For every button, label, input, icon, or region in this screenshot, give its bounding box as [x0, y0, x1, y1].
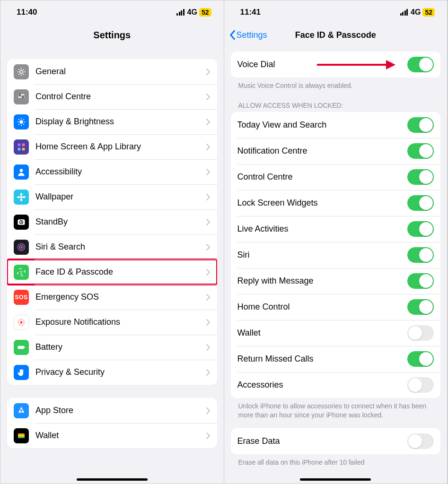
today-toggle[interactable] [407, 117, 434, 133]
row-label: Control Centre [237, 172, 408, 182]
chevron-right-icon [206, 432, 211, 440]
row-label: App Store [35, 406, 206, 415]
svg-point-22 [20, 271, 21, 272]
home-screen-icon [14, 139, 29, 155]
settings-row-wallet[interactable]: Wallet [7, 423, 217, 448]
home-toggle[interactable] [407, 299, 434, 315]
svg-point-10 [20, 169, 23, 172]
erase-data-toggle[interactable] [407, 433, 434, 449]
svg-point-20 [20, 246, 22, 248]
wallet-toggle[interactable] [407, 325, 434, 341]
row-label: Today View and Search [237, 120, 408, 130]
status-time: 11:40 [17, 8, 37, 17]
settings-list[interactable]: GeneralControl CentreDisplay & Brightnes… [0, 46, 224, 484]
reply-toggle[interactable] [407, 273, 434, 289]
settings-row-battery[interactable]: Battery [7, 335, 217, 360]
svg-rect-28 [24, 346, 25, 348]
row-label: Wallet [35, 431, 206, 441]
chevron-right-icon [206, 294, 211, 301]
chevron-right-icon [206, 68, 211, 76]
svg-rect-31 [18, 435, 24, 436]
widgets-toggle[interactable] [407, 195, 434, 211]
settings-row-exposure[interactable]: Exposure Notifications [7, 310, 217, 335]
row-label: Home Screen & App Library [35, 142, 206, 152]
svg-rect-8 [18, 147, 21, 150]
allow-row-acc[interactable]: Accessories [231, 372, 441, 398]
status-bar: 11:40 4G 52 [0, 0, 224, 24]
svg-point-4 [22, 96, 24, 98]
chevron-left-icon [229, 30, 236, 40]
voice-dial-row[interactable]: Voice Dial [231, 52, 441, 78]
settings-row-home-screen[interactable]: Home Screen & App Library [7, 134, 217, 159]
accessibility-icon [14, 164, 29, 180]
svg-rect-7 [22, 143, 25, 146]
row-label: General [35, 67, 206, 77]
voice-dial-label: Voice Dial [237, 60, 408, 69]
general-icon [14, 64, 29, 79]
chevron-right-icon [206, 193, 211, 201]
back-button[interactable]: Settings [229, 30, 267, 40]
appstore-icon [14, 403, 29, 418]
svg-point-23 [22, 271, 23, 272]
siri-icon [14, 240, 29, 255]
missed-toggle[interactable] [407, 351, 434, 367]
settings-row-standby[interactable]: StandBy [7, 209, 217, 234]
allow-row-missed[interactable]: Return Missed Calls [231, 346, 441, 372]
row-label: Reply with Message [237, 276, 408, 286]
allow-row-today[interactable]: Today View and Search [231, 112, 441, 138]
chevron-right-icon [206, 218, 211, 226]
wallet-icon [14, 428, 29, 443]
erase-data-group: Erase Data [231, 428, 441, 454]
privacy-icon [14, 365, 29, 380]
allow-row-siri[interactable]: Siri [231, 242, 441, 268]
allow-row-home[interactable]: Home Control [231, 294, 441, 320]
signal-icon [176, 9, 184, 16]
allow-row-reply[interactable]: Reply with Message [231, 268, 441, 294]
row-label: Accessories [237, 380, 408, 390]
settings-group: GeneralControl CentreDisplay & Brightnes… [7, 59, 217, 385]
erase-data-row[interactable]: Erase Data [231, 428, 441, 454]
settings-row-display[interactable]: Display & Brightness [7, 109, 217, 134]
voice-dial-toggle[interactable] [407, 57, 434, 72]
row-label: Accessibility [35, 167, 206, 177]
svg-point-3 [19, 94, 21, 95]
allow-row-notif[interactable]: Notification Centre [231, 138, 441, 164]
chevron-right-icon [206, 93, 211, 101]
home-indicator[interactable] [77, 478, 148, 481]
allow-row-widgets[interactable]: Lock Screen Widgets [231, 190, 441, 216]
settings-row-control-centre[interactable]: Control Centre [7, 84, 217, 109]
status-bar: 11:41 4G 52 [224, 0, 448, 24]
chevron-right-icon [206, 344, 211, 351]
row-label: Emergency SOS [35, 292, 206, 302]
home-indicator[interactable] [300, 478, 371, 481]
allow-row-wallet[interactable]: Wallet [231, 320, 441, 346]
siri-toggle[interactable] [407, 247, 434, 263]
signal-icon [400, 9, 408, 16]
svg-rect-30 [18, 433, 24, 435]
settings-row-faceid[interactable]: Face ID & Passcode [7, 259, 217, 285]
allow-access-group: Today View and SearchNotification Centre… [231, 112, 441, 398]
settings-row-general[interactable]: General [7, 59, 217, 84]
row-label: Return Missed Calls [237, 354, 408, 364]
notif-toggle[interactable] [407, 143, 434, 159]
allow-row-control[interactable]: Control Centre [231, 164, 441, 190]
svg-rect-6 [18, 143, 21, 146]
settings-row-wallpaper[interactable]: Wallpaper [7, 184, 217, 209]
chevron-right-icon [206, 319, 211, 326]
control-toggle[interactable] [407, 169, 434, 185]
battery-badge: 52 [199, 8, 211, 17]
settings-row-privacy[interactable]: Privacy & Security [7, 360, 217, 385]
live-toggle[interactable] [407, 221, 434, 237]
chevron-right-icon [206, 118, 211, 126]
settings-row-sos[interactable]: SOSEmergency SOS [7, 285, 217, 310]
settings-row-accessibility[interactable]: Accessibility [7, 159, 217, 184]
allow-row-live[interactable]: Live Activities [231, 216, 441, 242]
settings-row-appstore[interactable]: App Store [7, 398, 217, 423]
battery-icon [14, 340, 29, 355]
faceid-content[interactable]: Voice Dial Music Voice Control is always… [224, 46, 448, 484]
network-label: 4G [411, 8, 421, 17]
nav-header: Settings Face ID & Passcode [224, 24, 448, 46]
settings-row-siri[interactable]: Siri & Search [7, 234, 217, 259]
acc-toggle[interactable] [407, 377, 434, 393]
settings-group: App StoreWallet [7, 398, 217, 448]
